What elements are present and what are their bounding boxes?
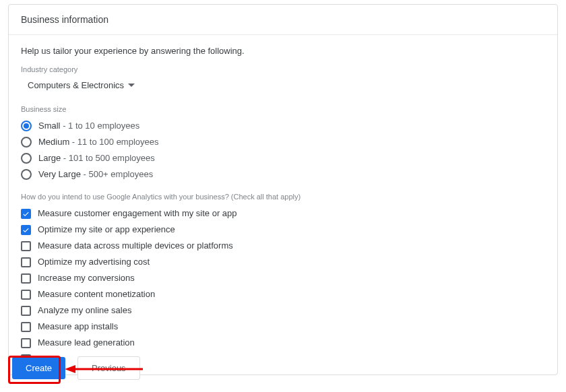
business-size-label: Business size	[21, 105, 545, 113]
usage-option[interactable]: Measure content monetization	[21, 288, 545, 300]
radio-label-main: Medium	[38, 137, 69, 147]
radio-label-main: Large	[38, 153, 61, 163]
usage-option[interactable]: Analyze my online sales	[21, 304, 545, 317]
previous-button[interactable]: Previous	[77, 356, 140, 380]
usage-option[interactable]: Increase my conversions	[21, 272, 545, 284]
business-size-radio-group: Small - 1 to 10 employeesMedium - 11 to …	[21, 120, 545, 181]
footer-actions: Create Previous	[12, 356, 140, 380]
checkbox-icon	[21, 209, 31, 219]
checkbox-icon	[21, 257, 31, 267]
checkbox-icon	[21, 338, 31, 348]
radio-label-detail: - 11 to 100 employees	[69, 137, 158, 147]
usage-option[interactable]: Optimize my site or app experience	[21, 224, 545, 236]
radio-label-detail: - 500+ employees	[81, 169, 153, 179]
usage-option[interactable]: Measure lead generation	[21, 337, 545, 349]
checkbox-label: Optimize my site or app experience	[38, 224, 175, 236]
checkbox-icon	[21, 273, 31, 284]
business-size-option[interactable]: Small - 1 to 10 employees	[21, 120, 545, 132]
dropdown-arrow-icon	[128, 84, 135, 87]
radio-label-main: Very Large	[38, 169, 81, 179]
usage-option[interactable]: Measure customer engagement with my site…	[21, 207, 545, 220]
radio-label-main: Small	[38, 121, 61, 131]
usage-checkbox-group: Measure customer engagement with my site…	[21, 207, 545, 365]
checkbox-label: Optimize my advertising cost	[38, 256, 150, 268]
radio-label-detail: - 1 to 10 employees	[61, 121, 140, 131]
usage-option[interactable]: Measure app installs	[21, 321, 545, 333]
radio-icon	[21, 137, 32, 148]
card-body: Help us tailor your experience by answer…	[9, 35, 557, 374]
checkbox-label: Measure lead generation	[38, 337, 135, 349]
usage-option[interactable]: Measure data across multiple devices or …	[21, 240, 545, 252]
business-size-option[interactable]: Medium - 11 to 100 employees	[21, 136, 545, 148]
radio-label-detail: - 101 to 500 employees	[61, 153, 154, 163]
checkbox-icon	[21, 241, 31, 251]
checkbox-label: Measure data across multiple devices or …	[38, 240, 233, 252]
radio-icon	[21, 121, 32, 131]
checkbox-label: Measure app installs	[38, 321, 118, 333]
checkbox-icon	[21, 290, 31, 300]
radio-icon	[21, 153, 32, 164]
checkbox-icon	[21, 306, 31, 316]
radio-icon	[21, 169, 32, 180]
checkbox-icon	[21, 225, 31, 235]
business-information-card: Business information Help us tailor your…	[8, 4, 558, 375]
industry-category-value: Computers & Electronics	[28, 80, 124, 90]
usage-option[interactable]: Optimize my advertising cost	[21, 256, 545, 268]
industry-category-dropdown[interactable]: Computers & Electronics	[21, 77, 139, 93]
card-title: Business information	[9, 5, 557, 35]
checkbox-label: Increase my conversions	[38, 272, 135, 284]
help-text: Help us tailor your experience by answer…	[21, 46, 545, 56]
industry-category-label: Industry category	[21, 65, 545, 73]
create-button[interactable]: Create	[12, 357, 65, 379]
checkbox-icon	[21, 322, 31, 332]
checkbox-label: Analyze my online sales	[38, 304, 131, 317]
business-size-option[interactable]: Large - 101 to 500 employees	[21, 152, 545, 164]
checkbox-label: Measure content monetization	[38, 288, 155, 300]
checkbox-label: Measure customer engagement with my site…	[38, 207, 237, 220]
business-size-option[interactable]: Very Large - 500+ employees	[21, 168, 545, 181]
usage-label: How do you intend to use Google Analytic…	[21, 193, 545, 201]
